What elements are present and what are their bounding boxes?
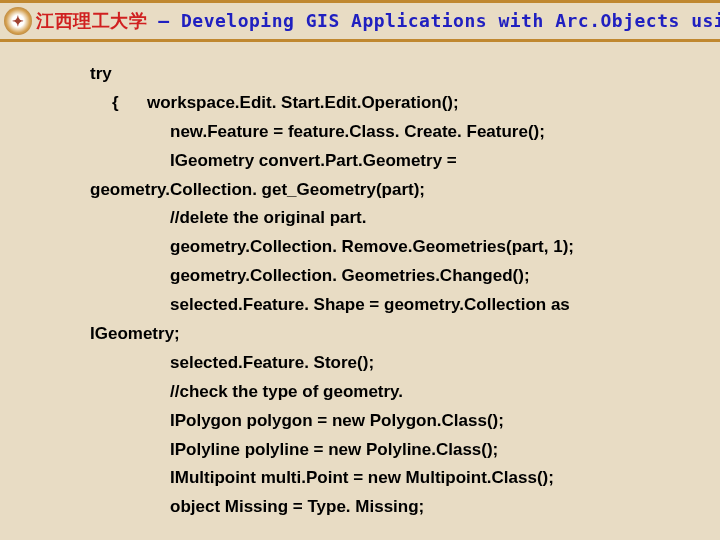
title-english: Developing GIS Applications with Arc.Obj…	[181, 10, 720, 31]
code-line: new.Feature = feature.Class. Create. Fea…	[90, 118, 710, 147]
slide-header: ✦ 江西理工大学 – Developing GIS Applications w…	[0, 0, 720, 42]
title-chinese: 江西理工大学	[36, 10, 147, 31]
code-line: geometry.Collection. get_Geometry(part);	[90, 176, 710, 205]
code-line: selected.Feature. Store();	[90, 349, 710, 378]
code-line: //check the type of geometry.	[90, 378, 710, 407]
code-line: selected.Feature. Shape = geometry.Colle…	[90, 291, 710, 320]
code-line: IGeometry convert.Part.Geometry =	[90, 147, 710, 176]
code-line: IMultipoint multi.Point = new Multipoint…	[90, 464, 710, 493]
code-line: IGeometry;	[90, 320, 710, 349]
title-separator: –	[147, 10, 181, 31]
code-line: geometry.Collection. Geometries.Changed(…	[90, 262, 710, 291]
code-line: try	[90, 60, 710, 89]
code-line: geometry.Collection. Remove.Geometries(p…	[90, 233, 710, 262]
university-logo: ✦	[4, 7, 32, 35]
code-line: { workspace.Edit. Start.Edit.Operation()…	[90, 89, 710, 118]
slide-title: 江西理工大学 – Developing GIS Applications wit…	[36, 9, 720, 33]
code-line: IPolygon polygon = new Polygon.Class();	[90, 407, 710, 436]
logo-icon: ✦	[12, 13, 24, 29]
code-line: //delete the original part.	[90, 204, 710, 233]
code-line: object Missing = Type. Missing;	[90, 493, 710, 522]
code-block: try { workspace.Edit. Start.Edit.Operati…	[0, 42, 720, 532]
code-line: IPolyline polyline = new Polyline.Class(…	[90, 436, 710, 465]
